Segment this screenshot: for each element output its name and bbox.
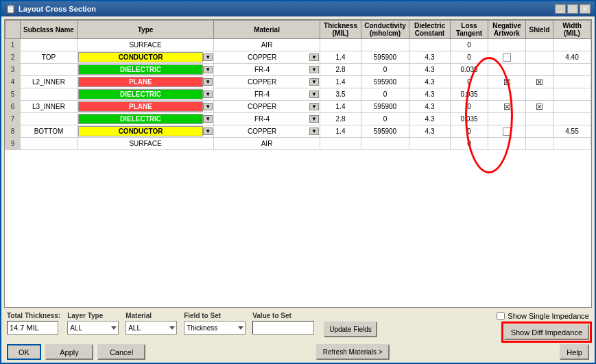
loss-tangent-cell[interactable]: 0 <box>451 76 488 88</box>
apply-button[interactable]: Apply <box>45 344 93 360</box>
type-dropdown-arrow[interactable]: ▼ <box>203 66 213 73</box>
type-dropdown-arrow[interactable]: ▼ <box>203 115 213 123</box>
subclass-name[interactable]: TOP <box>21 51 78 64</box>
thickness-cell[interactable]: 1.4 <box>320 101 361 113</box>
material-cell[interactable]: FR-4▼ <box>214 64 320 76</box>
shield-cell[interactable] <box>526 51 553 64</box>
subclass-name[interactable]: L2_INNER <box>21 76 78 88</box>
width-cell[interactable] <box>553 88 591 101</box>
cancel-button[interactable]: Cancel <box>97 344 145 360</box>
negative-artwork-cell[interactable] <box>488 51 526 64</box>
value-to-set-input[interactable] <box>252 321 314 335</box>
loss-tangent-cell[interactable]: 0.035 <box>451 88 488 101</box>
negative-artwork-cell[interactable] <box>488 88 526 101</box>
shield-cell[interactable] <box>526 39 553 51</box>
subclass-name[interactable] <box>21 113 78 125</box>
thickness-cell[interactable]: 2.8 <box>320 113 361 125</box>
width-cell[interactable]: 4.40 <box>553 51 591 64</box>
material-cell[interactable]: COPPER▼ <box>214 101 320 113</box>
thickness-cell[interactable]: 3.5 <box>320 88 361 101</box>
width-cell[interactable] <box>553 76 591 88</box>
type-cell[interactable]: CONDUCTOR▼ <box>77 51 213 64</box>
negative-artwork-cell[interactable] <box>488 125 526 138</box>
type-dropdown-arrow[interactable]: ▼ <box>203 78 213 86</box>
neg-artwork-checkbox-unchecked[interactable] <box>503 128 511 136</box>
conductivity-cell[interactable]: 0 <box>361 113 409 125</box>
subclass-name[interactable]: BOTTOM <box>21 125 78 138</box>
thickness-cell[interactable]: 1.4 <box>320 76 361 88</box>
loss-tangent-cell[interactable]: 0.035 <box>451 64 488 76</box>
width-cell[interactable] <box>553 64 591 76</box>
width-cell[interactable] <box>553 39 591 51</box>
type-cell[interactable]: SURFACE <box>77 39 213 51</box>
material-cell[interactable]: COPPER▼ <box>214 125 320 138</box>
material-select[interactable]: ALL COPPER FR-4 AIR <box>126 321 177 335</box>
material-dropdown-arrow[interactable]: ▼ <box>309 66 319 73</box>
width-cell[interactable] <box>553 113 591 125</box>
dielectric-cell[interactable] <box>409 138 451 150</box>
show-single-impedance-checkbox[interactable] <box>497 312 505 320</box>
shield-cell[interactable]: ☒ <box>526 76 553 88</box>
shield-cell[interactable] <box>526 138 553 150</box>
loss-tangent-cell[interactable]: 0 <box>451 51 488 64</box>
type-dropdown-arrow[interactable]: ▼ <box>203 128 213 135</box>
conductivity-cell[interactable]: 595900 <box>361 51 409 64</box>
subclass-name[interactable] <box>21 39 78 51</box>
shield-cell[interactable] <box>526 113 553 125</box>
negative-artwork-cell[interactable] <box>488 113 526 125</box>
type-cell[interactable]: DIELECTRIC▼ <box>77 88 213 101</box>
material-dropdown-arrow[interactable]: ▼ <box>309 53 319 61</box>
subclass-name[interactable] <box>21 138 78 150</box>
neg-artwork-checkbox-unchecked[interactable] <box>503 53 511 62</box>
loss-tangent-cell[interactable]: 0 <box>451 125 488 138</box>
dielectric-cell[interactable]: 4.3 <box>409 125 451 138</box>
subclass-name[interactable] <box>21 88 78 101</box>
thickness-cell[interactable]: 2.8 <box>320 64 361 76</box>
material-dropdown-arrow[interactable]: ▼ <box>309 90 319 98</box>
conductivity-cell[interactable]: 595900 <box>361 125 409 138</box>
conductivity-cell[interactable] <box>361 138 409 150</box>
material-dropdown-arrow[interactable]: ▼ <box>309 115 319 123</box>
material-dropdown-arrow[interactable]: ▼ <box>309 103 319 110</box>
shield-cell[interactable] <box>526 125 553 138</box>
material-dropdown-arrow[interactable]: ▼ <box>309 78 319 86</box>
thickness-cell[interactable]: 1.4 <box>320 125 361 138</box>
subclass-name[interactable] <box>21 64 78 76</box>
shield-cell[interactable] <box>526 88 553 101</box>
material-cell[interactable]: COPPER▼ <box>214 51 320 64</box>
field-to-set-select[interactable]: Thickness Conductivity Dielectric Consta… <box>184 321 246 335</box>
table-container[interactable]: Subclass Name Type Material Thickness(MI… <box>4 19 592 308</box>
thickness-cell[interactable]: 1.4 <box>320 51 361 64</box>
dielectric-cell[interactable] <box>409 39 451 51</box>
subclass-name[interactable]: L3_INNER <box>21 101 78 113</box>
loss-tangent-cell[interactable]: 0 <box>451 39 488 51</box>
thickness-cell[interactable] <box>320 39 361 51</box>
conductivity-cell[interactable]: 595900 <box>361 76 409 88</box>
maximize-button[interactable]: □ <box>567 4 578 14</box>
material-cell[interactable]: AIR <box>214 138 320 150</box>
conductivity-cell[interactable]: 0 <box>361 88 409 101</box>
close-button[interactable]: ✕ <box>580 4 591 14</box>
negative-artwork-cell[interactable]: ☒ <box>488 76 526 88</box>
shield-checkbox-checked[interactable]: ☒ <box>536 102 543 112</box>
shield-cell[interactable] <box>526 64 553 76</box>
type-dropdown-arrow[interactable]: ▼ <box>203 53 213 61</box>
dielectric-cell[interactable]: 4.3 <box>409 101 451 113</box>
show-diff-impedance-button[interactable]: Show Diff Impedance <box>504 324 589 340</box>
conductivity-cell[interactable]: 595900 <box>361 101 409 113</box>
material-cell[interactable]: AIR <box>214 39 320 51</box>
shield-checkbox-checked[interactable]: ☒ <box>536 77 543 87</box>
help-button[interactable]: Help <box>560 344 589 360</box>
loss-tangent-cell[interactable]: 0 <box>451 101 488 113</box>
ok-button[interactable]: OK <box>7 344 41 360</box>
shield-cell[interactable]: ☒ <box>526 101 553 113</box>
update-fields-button[interactable]: Update Fields <box>324 321 377 337</box>
neg-artwork-checkbox-checked[interactable]: ☒ <box>503 102 511 112</box>
conductivity-cell[interactable]: 0 <box>361 64 409 76</box>
type-dropdown-arrow[interactable]: ▼ <box>203 103 213 110</box>
type-dropdown-arrow[interactable]: ▼ <box>203 90 213 98</box>
material-cell[interactable]: COPPER▼ <box>214 76 320 88</box>
negative-artwork-cell[interactable] <box>488 39 526 51</box>
thickness-cell[interactable] <box>320 138 361 150</box>
dielectric-cell[interactable]: 4.3 <box>409 113 451 125</box>
